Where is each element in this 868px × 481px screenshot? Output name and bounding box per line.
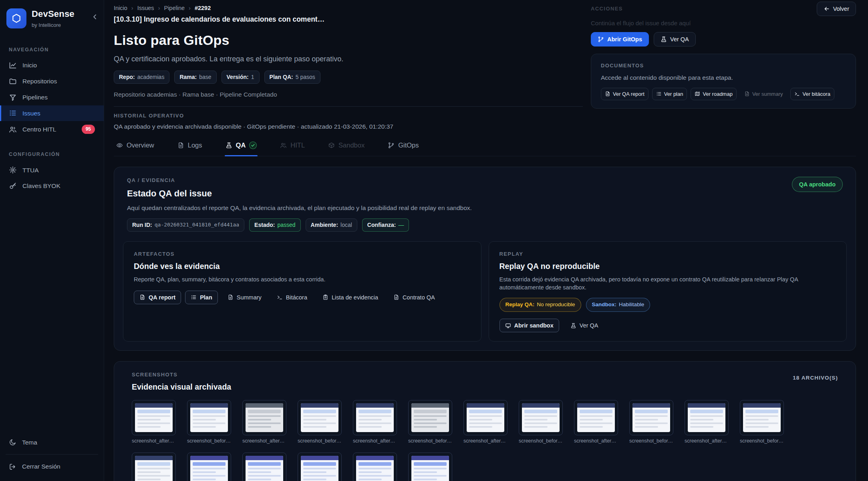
view-roadmap-button[interactable]: Ver roadmap <box>691 88 736 100</box>
screenshot-thumbnail[interactable]: screenshot_after… <box>353 400 397 445</box>
top-row: Inicio › Issues › Pipeline › #2292 [10.3… <box>114 0 856 131</box>
chip-value: 5 pasos <box>296 73 315 81</box>
qa-contract-button[interactable]: Contrato QA <box>388 291 441 304</box>
screenshot-preview <box>519 400 563 435</box>
replay-description: Esta corrida dejó evidencia QA archivada… <box>499 275 836 292</box>
tab-overview[interactable]: Overview <box>115 141 155 156</box>
evidence-list-button[interactable]: Lista de evidencia <box>317 291 384 304</box>
sidebar-item-pipelines[interactable]: Pipelines <box>0 89 104 105</box>
replay-view-qa-button[interactable]: Ver QA <box>565 319 604 332</box>
theme-toggle[interactable]: Tema <box>0 434 104 451</box>
button-label: Ver QA <box>580 322 598 329</box>
screenshot-thumbnail[interactable]: screenshot_befor… <box>187 400 231 445</box>
flask-icon <box>661 36 667 42</box>
breadcrumb-link-pipeline[interactable]: Pipeline <box>164 4 185 12</box>
screenshot-preview <box>132 453 176 481</box>
qa-approved-badge: QA aprobado <box>792 177 843 192</box>
issue-title: [10.3.10] Ingreso de calendarios de eval… <box>114 14 583 24</box>
screenshot-thumbnail[interactable]: screenshot_befor… <box>187 453 231 481</box>
tab-qa[interactable]: QA <box>225 141 258 156</box>
confianza-chip: Confianza:— <box>362 218 409 232</box>
breadcrumb-separator: › <box>189 4 191 12</box>
sidebar-item-claves-byok[interactable]: Claves BYOK <box>0 178 104 194</box>
tab-logs[interactable]: Logs <box>177 141 203 156</box>
view-plan-button[interactable]: Ver plan <box>652 88 687 100</box>
sidebar-item-ttua[interactable]: TTUA <box>0 162 104 178</box>
screenshot-thumbnail[interactable]: screenshot_after… <box>132 453 176 481</box>
sidebar-item-repositorios[interactable]: Repositorios <box>0 73 104 89</box>
screenshot-thumbnail[interactable]: screenshot_after… <box>353 453 397 481</box>
terminal-icon <box>794 91 800 97</box>
document-icon <box>744 91 750 97</box>
moon-icon <box>9 439 16 446</box>
button-label: Ver roadmap <box>703 91 732 97</box>
logout-button[interactable]: Cerrar Sesión <box>0 458 104 475</box>
open-sandbox-button[interactable]: Abrir sandbox <box>499 319 559 332</box>
sidebar-item-inicio[interactable]: Inicio <box>0 57 104 73</box>
list-icon <box>191 294 197 300</box>
bitacora-button[interactable]: Bitácora <box>271 291 313 304</box>
git-branch-icon <box>598 36 604 42</box>
sidebar-collapse-button[interactable] <box>91 13 99 21</box>
screenshots-label: SCREENSHOTS <box>132 371 231 378</box>
history-label: HISTORIAL OPERATIVO <box>114 112 583 119</box>
chip-value: passed <box>277 221 295 229</box>
breadcrumb-separator: › <box>131 4 133 12</box>
screenshot-thumbnail[interactable]: screenshot_befor… <box>298 453 342 481</box>
qa-passed-check-icon <box>249 141 257 149</box>
pill-label: Sandbox: <box>592 301 617 309</box>
chip-value: academias <box>137 73 165 81</box>
button-label: Lista de evidencia <box>332 294 378 301</box>
screenshot-thumbnail[interactable]: screenshot_after… <box>463 400 508 445</box>
document-icon <box>177 142 184 149</box>
screenshot-thumbnail[interactable]: screenshot_befor… <box>408 400 452 445</box>
hitl-count-badge: 95 <box>82 125 95 134</box>
sidebar-item-centro-hitl[interactable]: Centro HITL 95 <box>0 121 104 137</box>
screenshot-thumbnail[interactable]: screenshot_befor… <box>629 400 673 445</box>
sidebar-divider <box>6 454 98 455</box>
view-qa-button[interactable]: Ver QA <box>654 32 696 46</box>
plan-button[interactable]: Plan <box>185 291 218 304</box>
screenshot-thumbnail[interactable]: screenshot_after… <box>574 400 618 445</box>
qa-subcards: ARTEFACTOS Dónde ves la evidencia Report… <box>114 240 856 350</box>
qa-report-button[interactable]: QA report <box>134 291 181 304</box>
screenshot-preview <box>298 453 342 481</box>
screenshot-thumbnail[interactable]: screenshot_after… <box>242 453 286 481</box>
chip-label: Versión: <box>227 73 249 81</box>
screenshot-thumbnail[interactable]: screenshot_befor… <box>740 400 784 445</box>
screenshot-preview <box>298 400 342 435</box>
screenshot-thumbnail[interactable]: screenshot_befor… <box>408 453 452 481</box>
view-qa-report-button[interactable]: Ver QA report <box>601 88 648 100</box>
breadcrumb-link-issues[interactable]: Issues <box>137 4 154 12</box>
replay-status-pill: Replay QA:No reproducible <box>499 298 581 312</box>
monitor-icon <box>505 323 511 329</box>
screenshot-thumbnail[interactable]: screenshot_after… <box>242 400 286 445</box>
summary-button[interactable]: Summary <box>222 291 267 304</box>
screenshot-thumbnail[interactable]: screenshot_after… <box>685 400 729 445</box>
actions-header: ACCIONES Volver <box>591 2 856 16</box>
screenshot-thumbnail[interactable]: screenshot_befor… <box>519 400 563 445</box>
screenshot-thumbnail[interactable]: screenshot_after… <box>132 400 176 445</box>
button-label: Summary <box>237 294 262 301</box>
back-button[interactable]: Volver <box>817 2 856 16</box>
screenshot-preview <box>574 400 618 435</box>
screenshot-filename: screenshot_after… <box>353 438 397 445</box>
qa-status-heading: QA / EVIDENCIA Estado QA del issue Aquí … <box>127 177 472 212</box>
mini-window-graphic <box>135 456 173 481</box>
screenshot-preview <box>187 453 231 481</box>
sidebar: DevSense by Intellicore NAVEGACIÓN Inici… <box>0 0 104 481</box>
qa-status-chips: Run ID:qa-20260321_041810_efd441aa Estad… <box>114 212 856 241</box>
screenshot-thumbnail[interactable]: screenshot_befor… <box>298 400 342 445</box>
view-bitacora-button[interactable]: Ver bitácora <box>790 88 834 100</box>
folder-icon <box>9 77 17 85</box>
button-label: Bitácora <box>286 294 307 301</box>
document-icon <box>393 294 399 300</box>
screenshot-preview <box>187 400 231 435</box>
clipboard-icon <box>322 294 328 300</box>
sidebar-item-issues[interactable]: Issues <box>0 105 104 121</box>
open-gitops-button[interactable]: Abrir GitOps <box>591 32 649 46</box>
tab-gitops[interactable]: GitOps <box>387 141 419 156</box>
breadcrumb-link-inicio[interactable]: Inicio <box>114 4 127 12</box>
chip-value: 1 <box>251 73 254 81</box>
brand-byline: by Intellicore <box>32 22 75 29</box>
